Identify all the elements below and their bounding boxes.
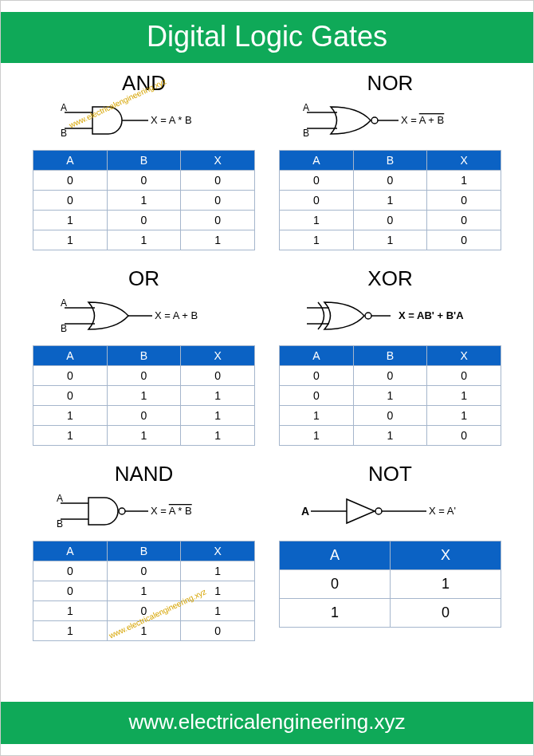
- table-row: 000: [33, 366, 255, 386]
- gate-xor: XOR X = AB' + B'A ABX 000 011 101 110: [279, 266, 501, 446]
- gate-nor-diagram: A B X = A + B: [279, 100, 501, 144]
- or-eqn: X = A + B: [155, 309, 198, 321]
- table-row: 100: [33, 211, 255, 230]
- table-row: 001: [33, 561, 255, 581]
- table-row: 10: [280, 599, 501, 628]
- table-row: 000: [33, 171, 255, 191]
- gate-or: OR A B X = A + B ABX 000 011 101 111: [33, 266, 255, 446]
- nand-gate-icon: A B X = A * B: [53, 491, 236, 531]
- table-row: 110: [33, 621, 255, 641]
- table-row: 111: [33, 426, 255, 446]
- gate-xor-title: XOR: [279, 266, 501, 291]
- table-row: 01: [280, 570, 501, 599]
- table-row: 100: [280, 211, 501, 230]
- gate-and-title: AND: [33, 71, 255, 96]
- input-a-label: A: [303, 102, 309, 113]
- or-gate-icon: A B X = A + B: [57, 296, 232, 336]
- table-row: 000: [280, 366, 501, 386]
- gate-and: AND www.electricalengineering.xyz A B X …: [33, 71, 255, 250]
- xor-gate-icon: X = AB' + B'A: [291, 296, 490, 336]
- gate-nand: NAND A B X = A * B ABX 001 011 101 110: [33, 462, 255, 641]
- table-row: 110: [280, 426, 501, 446]
- gate-and-diagram: www.electricalengineering.xyz A B X = A …: [33, 100, 255, 144]
- table-row: 111: [33, 230, 255, 250]
- not-gate-icon: A X = A': [295, 491, 486, 531]
- and-truth-table: ABX 000 010 100 111: [33, 150, 255, 250]
- table-row: 101: [33, 601, 255, 621]
- table-row: 101: [280, 406, 501, 426]
- gate-or-title: OR: [33, 266, 255, 291]
- page-footer: www.electricalengineering.xyz: [1, 702, 533, 744]
- nor-eqn: X = A + B: [401, 114, 444, 126]
- svg-point-5: [371, 117, 378, 124]
- page-header: Digital Logic Gates: [1, 12, 533, 63]
- nand-eqn: X = A * B: [151, 505, 192, 517]
- or-truth-table: ABX 000 011 101 111: [33, 345, 255, 446]
- xor-truth-table: ABX 000 011 101 110: [279, 345, 501, 446]
- input-b-label: B: [61, 128, 67, 139]
- input-b-label: B: [57, 518, 63, 530]
- table-row: 101: [33, 406, 255, 426]
- svg-point-16: [119, 508, 125, 514]
- input-b-label: B: [61, 323, 67, 334]
- and-gate-icon: A B X = A * B: [57, 100, 232, 140]
- table-row: 001: [280, 171, 501, 191]
- svg-point-12: [365, 313, 371, 319]
- not-eqn: X = A': [429, 505, 456, 517]
- table-row: 010: [280, 191, 501, 211]
- gate-nor-title: NOR: [279, 71, 501, 96]
- table-row: 011: [33, 581, 255, 601]
- input-a-label: A: [301, 505, 309, 518]
- input-a-label: A: [61, 102, 67, 113]
- gates-grid: AND www.electricalengineering.xyz A B X …: [1, 71, 533, 641]
- gate-xor-diagram: X = AB' + B'A: [279, 296, 501, 339]
- nor-gate-icon: A B X = A + B: [299, 100, 482, 140]
- not-truth-table: AX 01 10: [279, 541, 501, 628]
- nor-truth-table: ABX 001 010 100 110: [279, 150, 501, 250]
- and-eqn: X = A * B: [151, 114, 192, 126]
- table-row: 110: [280, 230, 501, 250]
- table-row: 011: [280, 386, 501, 406]
- xor-eqn: X = AB' + B'A: [399, 309, 464, 321]
- table-row: 011: [33, 386, 255, 406]
- gate-not: NOT A X = A' AX 01 10: [279, 462, 501, 641]
- table-row: 010: [33, 191, 255, 211]
- gate-not-title: NOT: [279, 462, 501, 486]
- gate-or-diagram: A B X = A + B: [33, 296, 255, 339]
- svg-point-19: [375, 508, 382, 514]
- gate-nand-title: NAND: [33, 462, 255, 486]
- input-a-label: A: [61, 297, 67, 309]
- input-b-label: B: [303, 128, 309, 139]
- gate-not-diagram: A X = A': [279, 491, 501, 534]
- input-a-label: A: [57, 493, 63, 504]
- nand-truth-table: ABX 001 011 101 110: [33, 541, 255, 641]
- gate-nor: NOR A B X = A + B ABX 001 010 100 110: [279, 71, 501, 250]
- gate-nand-diagram: A B X = A * B: [33, 491, 255, 534]
